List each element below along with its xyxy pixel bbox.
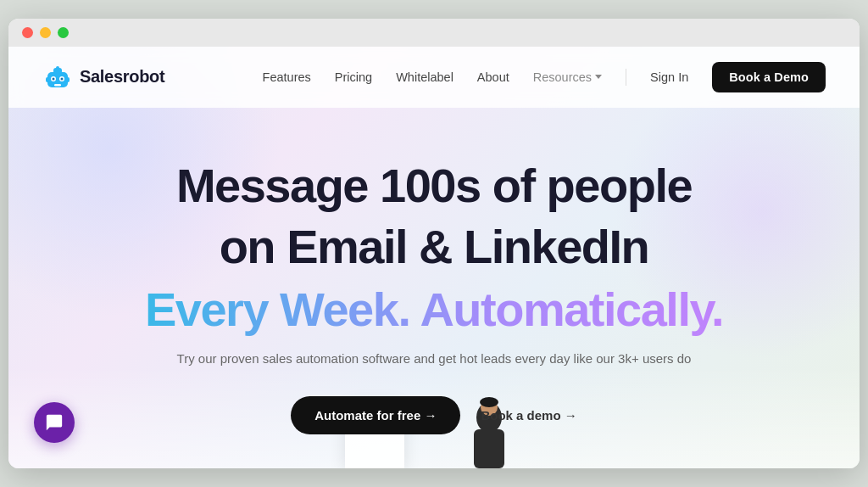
cta-buttons: Automate for free → Book a demo →	[42, 396, 826, 434]
svg-rect-8	[46, 77, 49, 82]
book-demo-button[interactable]: Book a Demo	[712, 62, 826, 92]
svg-rect-7	[54, 84, 61, 87]
salesrobot-logo-icon	[42, 62, 73, 92]
svg-point-2	[56, 66, 59, 70]
hero-title-line2: on Email & LinkedIn	[42, 220, 826, 274]
nav-divider	[626, 69, 626, 86]
book-demo-cta-button[interactable]: Book a demo →	[481, 408, 576, 423]
automate-free-button[interactable]: Automate for free →	[291, 396, 460, 434]
browser-body: Salesrobot Features Pricing Whitelabel A…	[8, 47, 860, 469]
chat-icon	[45, 413, 64, 432]
logo-text: Salesrobot	[80, 67, 164, 87]
nav-link-resources[interactable]: Resources	[533, 70, 602, 84]
nav-link-about[interactable]: About	[477, 70, 509, 84]
sign-in-button[interactable]: Sign In	[650, 70, 688, 84]
hero-gradient-title: Every Week. Automatically.	[42, 281, 826, 338]
traffic-light-maximize[interactable]	[58, 27, 69, 38]
traffic-light-minimize[interactable]	[40, 27, 51, 38]
nav-link-pricing[interactable]: Pricing	[335, 70, 372, 84]
browser-window: Salesrobot Features Pricing Whitelabel A…	[8, 19, 860, 469]
nav-link-whitelabel[interactable]: Whitelabel	[396, 70, 453, 84]
nav-links: Features Pricing Whitelabel About Resour…	[263, 62, 826, 92]
logo-area[interactable]: Salesrobot	[42, 62, 164, 92]
svg-point-6	[61, 77, 64, 80]
browser-chrome	[8, 19, 860, 47]
hero-title-line1: Message 100s of people	[42, 159, 826, 213]
navbar: Salesrobot Features Pricing Whitelabel A…	[8, 47, 860, 108]
hero-description: Try our proven sales automation software…	[42, 351, 826, 366]
hero-section: Message 100s of people on Email & Linked…	[8, 108, 860, 469]
nav-link-features[interactable]: Features	[263, 70, 311, 84]
resources-chevron-icon	[595, 75, 602, 79]
svg-point-5	[53, 77, 55, 80]
hero-gradient-text: Every Week. Automatically.	[145, 283, 723, 336]
traffic-light-close[interactable]	[22, 27, 33, 38]
svg-rect-9	[66, 77, 70, 82]
